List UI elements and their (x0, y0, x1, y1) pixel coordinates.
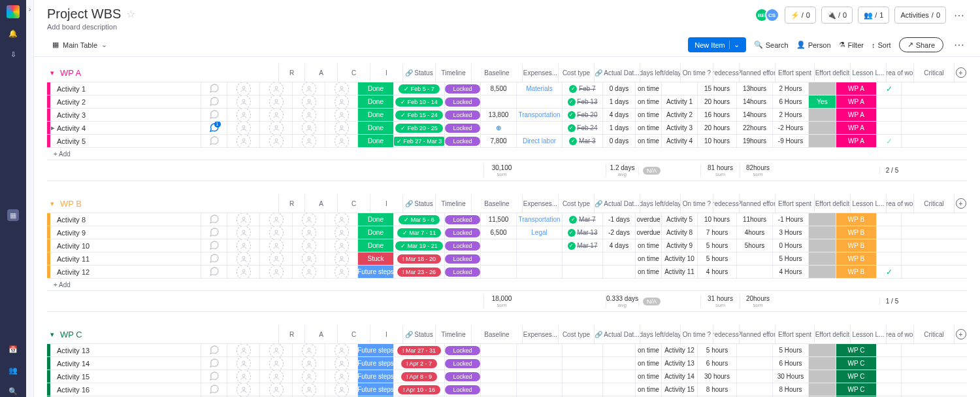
planned-effort-cell[interactable]: 8 hours (697, 383, 736, 396)
critical-cell[interactable] (876, 252, 901, 265)
column-header[interactable]: Predecessor (713, 325, 739, 343)
add-column-button[interactable]: + (956, 198, 966, 209)
ontime-cell[interactable]: overdue (635, 213, 661, 226)
effort-deficit-cell[interactable]: 4 Hours (772, 266, 808, 278)
expenses-cell[interactable]: 13,800 (480, 109, 516, 121)
expenses-cell[interactable] (480, 383, 516, 396)
person-icon[interactable] (237, 122, 251, 134)
column-header[interactable]: Area of work (886, 325, 913, 343)
person-icon[interactable] (302, 135, 316, 147)
table-row[interactable]: Activity 10Done✓ Mar 19 - 21Locked✓ Mar … (47, 239, 967, 252)
add-column-button[interactable]: + (956, 329, 966, 339)
expenses-cell[interactable] (480, 266, 516, 278)
column-header[interactable]: R (278, 63, 304, 82)
timeline-cell[interactable]: ! Mar 18 - 20 (397, 254, 441, 264)
column-header[interactable]: Effort deficit (814, 194, 850, 213)
cost-type-cell[interactable] (516, 383, 562, 396)
effort-spent-cell[interactable]: 14hours (736, 109, 772, 121)
expenses-cell[interactable] (480, 95, 516, 108)
column-header[interactable]: A (304, 325, 337, 343)
expenses-cell[interactable] (480, 357, 516, 370)
column-header[interactable]: Timeline (435, 63, 471, 82)
column-header[interactable]: R (278, 325, 304, 343)
expenses-cell[interactable] (480, 252, 516, 265)
expenses-cell[interactable]: 7,800 (480, 135, 516, 147)
item-name[interactable]: Activity 11 (50, 252, 201, 265)
status-cell[interactable]: Done (358, 122, 393, 134)
effort-deficit-cell[interactable]: 2 Hours (772, 109, 808, 121)
table-row[interactable]: Activity 9Done✓ Mar 7 - 11Locked6,500Leg… (47, 226, 967, 239)
column-header[interactable]: Effort spent (775, 194, 814, 213)
group-name[interactable]: WP B (57, 199, 211, 209)
cost-type-cell[interactable] (516, 239, 562, 252)
delay-cell[interactable]: 4 days (602, 109, 635, 121)
status-cell[interactable]: Done (358, 109, 393, 121)
subitems-toggle-icon[interactable]: ▸ (49, 124, 57, 132)
ontime-cell[interactable]: on time (635, 95, 661, 108)
predecessor-cell[interactable]: Activity 4 (661, 135, 697, 147)
expenses-cell[interactable]: ⊕ (480, 122, 516, 134)
ontime-cell[interactable]: on time (635, 357, 661, 370)
table-row[interactable]: Activity 16Future steps! Apr 10 - 16Lock… (47, 383, 967, 396)
timeline-cell[interactable]: ✓ Feb 5 - 7 (399, 84, 440, 94)
person-icon[interactable] (237, 357, 251, 370)
status-cell[interactable]: Done (358, 135, 393, 147)
column-header[interactable]: Effort spent (775, 325, 814, 343)
column-header[interactable]: Expenses... (522, 63, 558, 82)
column-header[interactable]: 🔗 Actual Dat... (594, 63, 640, 82)
members-button[interactable]: 👥 / 1 (858, 7, 889, 24)
conversation-icon[interactable] (209, 122, 220, 134)
column-header[interactable]: Predecessor (713, 194, 739, 213)
critical-cell[interactable] (876, 122, 901, 134)
table-row[interactable]: Activity 3Done✓ Feb 15 - 24Locked13,800T… (47, 108, 967, 121)
person-icon[interactable] (269, 357, 284, 370)
column-header[interactable]: Lesson L... (850, 194, 886, 213)
baseline-cell[interactable]: Locked (445, 359, 480, 368)
delay-cell[interactable]: -2 days (602, 226, 635, 239)
baseline-cell[interactable]: Locked (445, 111, 480, 120)
item-name[interactable]: Activity 1 (50, 82, 201, 95)
person-icon[interactable] (335, 213, 349, 226)
planned-effort-cell[interactable]: 5 hours (697, 252, 736, 265)
person-icon[interactable] (237, 82, 251, 95)
baseline-cell[interactable]: Locked (445, 97, 480, 107)
expenses-cell[interactable]: 11,500 (480, 213, 516, 226)
planned-effort-cell[interactable]: 15 hours (697, 82, 736, 95)
effort-deficit-cell[interactable]: -9 Hours (772, 135, 808, 147)
critical-cell[interactable] (876, 344, 901, 356)
table-row[interactable]: Activity 11Stuck! Mar 18 - 20Lockedon ti… (47, 252, 967, 265)
predecessor-cell[interactable]: Activity 12 (661, 344, 697, 356)
column-header[interactable]: Lesson L... (850, 325, 886, 343)
baseline-cell[interactable]: Locked (445, 124, 480, 133)
timeline-cell[interactable]: ✓ Feb 10 - 14 (395, 97, 443, 107)
delay-cell[interactable]: 0 days (602, 82, 635, 95)
person-icon[interactable] (335, 252, 349, 265)
person-icon[interactable] (335, 383, 349, 396)
lesson-learned-cell[interactable] (809, 357, 836, 370)
delay-cell[interactable] (602, 383, 635, 396)
column-header[interactable]: Planned effort (739, 63, 775, 82)
area-of-work-cell[interactable]: WP A (836, 135, 876, 147)
person-icon[interactable] (302, 239, 316, 252)
effort-deficit-cell[interactable]: 6 Hours (772, 357, 808, 370)
baseline-cell[interactable]: Locked (445, 84, 480, 94)
table-row[interactable]: Activity 14Future steps! Apr 2 - 7Locked… (47, 356, 967, 370)
person-icon[interactable] (269, 344, 284, 356)
person-icon[interactable] (237, 344, 251, 356)
column-header[interactable]: R (278, 194, 304, 213)
effort-deficit-cell[interactable]: 2 Hours (772, 82, 808, 95)
column-header[interactable]: 🔗 Actual Dat... (594, 325, 640, 343)
cost-type-cell[interactable] (516, 122, 562, 134)
actual-date-cell[interactable]: ✓ Mar 17 (562, 239, 602, 252)
column-header[interactable]: Cost type (558, 63, 594, 82)
lesson-learned-cell[interactable] (809, 135, 836, 147)
predecessor-cell[interactable]: Activity 14 (661, 370, 697, 383)
person-icon[interactable] (335, 135, 349, 147)
area-of-work-cell[interactable]: WP A (836, 122, 876, 134)
area-of-work-cell[interactable]: WP B (836, 239, 876, 252)
person-icon[interactable] (335, 82, 349, 95)
column-header[interactable]: A (304, 63, 337, 82)
baseline-cell[interactable]: Locked (445, 228, 480, 237)
column-header[interactable]: Area of work (886, 194, 913, 213)
actual-date-cell[interactable] (562, 344, 602, 356)
